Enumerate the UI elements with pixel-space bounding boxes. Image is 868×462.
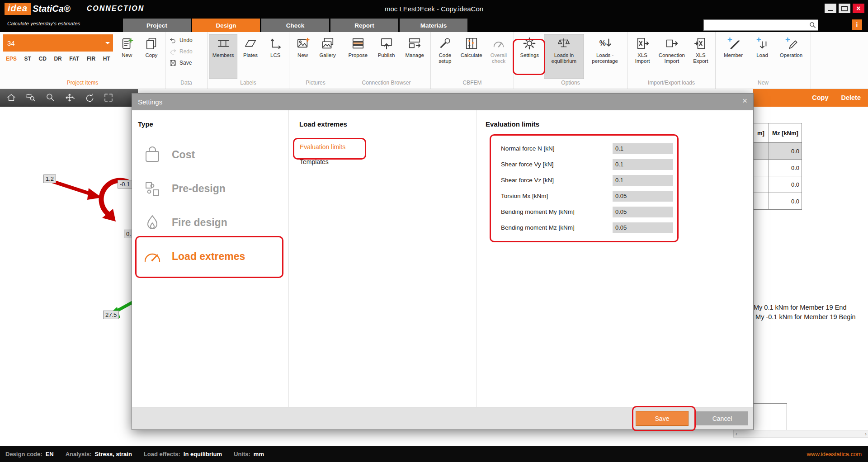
flame-icon [142, 212, 163, 233]
connection-import-button[interactable]: Connection Import [656, 34, 687, 79]
redo-button[interactable]: Redo [169, 47, 193, 57]
save-project-button[interactable]: Save [169, 58, 192, 68]
field-input-torsion-mx[interactable] [613, 191, 673, 202]
filter-cd[interactable]: CD [39, 56, 47, 62]
xls-export-button[interactable]: XLS Export [688, 34, 714, 79]
new-operation-button[interactable]: Operation [775, 34, 807, 79]
result-label: 1.2 [43, 174, 56, 183]
info-button[interactable]: i [852, 19, 862, 30]
filter-dr[interactable]: DR [54, 56, 61, 62]
filter-fat[interactable]: FAT [69, 56, 79, 62]
section-item-templates[interactable]: Templates [300, 158, 476, 165]
tab-check[interactable]: Check [261, 19, 329, 32]
horizontal-scrollbar[interactable]: ‹ › [733, 430, 868, 438]
ribbon-group-new: Member Load Operation New [716, 32, 811, 89]
table-row[interactable]: 0.0 [753, 160, 802, 176]
dialog-title-bar[interactable]: Settings × [132, 94, 753, 110]
lcs-toggle-button[interactable]: LCS [264, 34, 288, 79]
field-input-shear-vy[interactable] [613, 159, 673, 170]
propose-button[interactable]: Propose [344, 34, 373, 79]
fullscreen-icon[interactable] [104, 93, 113, 103]
type-item-pre-design[interactable]: Pre-design [132, 172, 288, 206]
form-row: Bending moment Mz [kNm] [501, 220, 753, 236]
copy-load-button[interactable]: Copy [812, 94, 828, 101]
tab-materials[interactable]: Materials [400, 19, 467, 32]
filter-st[interactable]: ST [24, 56, 31, 62]
table-row[interactable]: 0.0 [753, 193, 802, 210]
website-link[interactable]: www.ideastatica.com [807, 451, 862, 457]
redo-icon [169, 48, 177, 56]
table-cell-mz: 0.0 [769, 176, 802, 193]
field-input-shear-vz[interactable] [613, 175, 673, 186]
scroll-left-arrow[interactable]: ‹ [736, 431, 737, 437]
code-setup-button[interactable]: Code setup [432, 34, 458, 79]
redo-label: Redo [179, 48, 193, 55]
pan-icon[interactable] [65, 93, 75, 103]
new-item-button[interactable]: New [115, 34, 139, 79]
filter-fir[interactable]: FIR [87, 56, 95, 62]
zoom-icon[interactable] [45, 93, 55, 103]
lcs-label: LCS [270, 52, 280, 58]
tab-project[interactable]: Project [123, 19, 191, 32]
new-member-button[interactable]: Member [717, 34, 750, 79]
window-controls: × [825, 4, 864, 13]
field-input-bending-my[interactable] [613, 207, 673, 217]
field-label-bending-my: Bending moment My [kNm] [501, 208, 613, 215]
table-cell [753, 193, 769, 210]
project-items-column: 34 EPS ST CD DR FAT FIR HT [1, 34, 115, 62]
section-item-evaluation-limits[interactable]: Evaluation limits [300, 143, 476, 151]
members-label: Members [212, 52, 234, 58]
type-item-fire-design[interactable]: Fire design [132, 206, 288, 240]
delete-load-button[interactable]: Delete [841, 94, 861, 101]
table-row[interactable]: 0.0 [753, 143, 802, 160]
loads-in-equilibrium-button[interactable]: Loads in equilibrium [544, 34, 585, 79]
publish-button[interactable]: Publish [373, 34, 401, 79]
tab-design[interactable]: Design [192, 19, 260, 32]
field-input-normal-force[interactable] [613, 143, 673, 154]
type-item-label: Cost [172, 149, 195, 161]
search-input[interactable] [704, 20, 809, 30]
members-toggle-button[interactable]: Members [209, 34, 237, 79]
loads-percentage-button[interactable]: % Loads - percentage [584, 34, 626, 79]
copy-item-button[interactable]: Copy [139, 34, 164, 79]
warning-note: My 0.1 kNm for Member 19 End [754, 304, 847, 311]
close-button[interactable]: × [853, 4, 864, 13]
section-list: Evaluation limits Templates [300, 143, 476, 165]
result-label: -0.1 [118, 180, 132, 189]
cancel-button[interactable]: Cancel [696, 411, 748, 425]
ribbon: 34 EPS ST CD DR FAT FIR HT New [0, 32, 868, 89]
type-item-cost[interactable]: Cost [132, 138, 288, 172]
home-view-icon[interactable] [6, 93, 16, 103]
settings-button[interactable]: Settings [515, 34, 544, 79]
zoom-window-icon[interactable] [26, 93, 36, 103]
analysis-label: Analysis: [66, 451, 92, 457]
field-input-bending-mz[interactable] [613, 222, 673, 233]
settings-dialog: Settings × Type Cost Pre-design [132, 93, 754, 430]
undo-button[interactable]: Undo [169, 35, 193, 45]
filter-eps[interactable]: EPS [6, 56, 17, 62]
scroll-right-arrow[interactable]: › [865, 431, 867, 437]
rotate-view-icon[interactable] [84, 93, 94, 103]
project-item-dropdown[interactable]: 34 [3, 34, 113, 52]
maximize-button[interactable] [839, 4, 850, 13]
calculate-button[interactable]: Calculate [458, 34, 485, 79]
xls-import-button[interactable]: XLS Import [629, 34, 656, 79]
plates-toggle-button[interactable]: Plates [237, 34, 263, 79]
dialog-close-icon[interactable]: × [742, 96, 747, 106]
group-label-pictures: Pictures [289, 79, 342, 89]
gallery-button[interactable]: Gallery [315, 34, 340, 79]
table-fragment [753, 403, 787, 431]
tab-report[interactable]: Report [330, 19, 398, 32]
manage-button[interactable]: Manage [400, 34, 429, 79]
new-picture-button[interactable]: New [291, 34, 315, 79]
new-load-button[interactable]: Load [750, 34, 775, 79]
overall-check-button[interactable]: Overall check [485, 34, 512, 79]
panel-column: Evaluation limits Normal force N [kN] Sh… [476, 110, 753, 407]
type-item-load-extremes[interactable]: Load extremes [132, 240, 288, 273]
minimize-button[interactable] [825, 4, 836, 13]
table-row[interactable]: 0.0 [753, 176, 802, 193]
save-button[interactable]: Save [636, 411, 689, 426]
3d-viewport[interactable] [0, 107, 154, 423]
new-picture-label: New [297, 52, 308, 58]
filter-ht[interactable]: HT [103, 56, 110, 62]
